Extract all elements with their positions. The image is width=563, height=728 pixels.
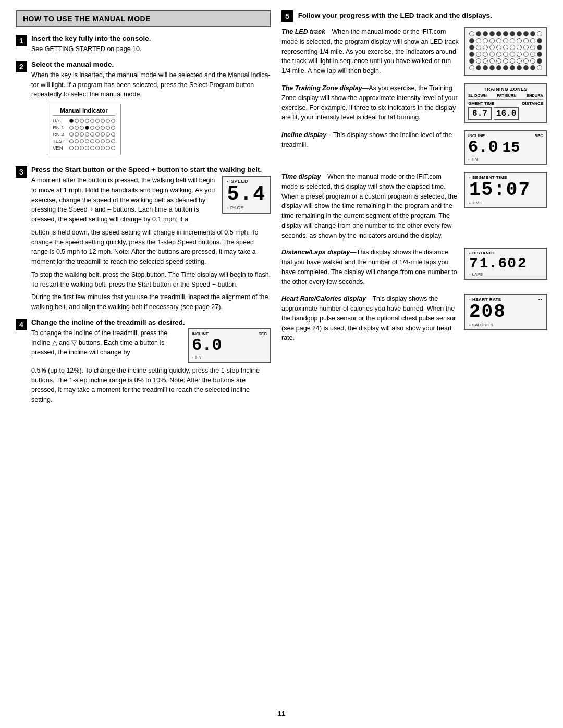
calories-label: CALORIES [469,323,542,327]
led-dot [483,65,488,70]
led-dot [530,52,535,57]
left-column: HOW TO USE THE MANUAL MODE 1 Insert the … [16,10,271,701]
led-dot [496,65,501,70]
dot [90,139,94,143]
led-dot [517,52,522,57]
led-dot [476,45,481,50]
led-dot [503,31,508,36]
led-track-text: The LED track—When the manual mode or th… [282,27,459,76]
step-1: 1 Insert the key fully into the console.… [16,34,271,54]
dist-label-top: DISTANCE [469,251,542,255]
step-2-title: Select the manual mode. [31,60,271,68]
distance-display-text: Distance/Laps display—This display shows… [282,248,459,287]
step-3-title: Press the Start button or the Speed + bu… [31,166,271,174]
dot [90,146,94,150]
incline-numbers: 6.0 [192,337,267,354]
indicator-row-rn1: RN 1 [53,125,115,130]
dot [106,146,110,150]
seg-time-display: SEGMENT TIME 15:07 TIME [464,172,547,208]
step-4-number: 4 [16,319,27,330]
led-dot [510,52,515,57]
led-dot [503,38,508,43]
seg-time-value: 15:07 [469,181,542,200]
led-dot [489,38,495,43]
led-dot [469,52,474,57]
section-header: HOW TO USE THE MANUAL MODE [16,10,271,27]
dot [111,146,115,150]
step-5-number: 5 [282,10,293,22]
step-3-body: A moment after the button is pressed, th… [31,176,217,225]
led-dot [517,65,522,70]
dot [75,119,79,123]
step-4-inner: To change the incline of the treadmill, … [31,328,271,363]
step-2-number: 2 [16,61,27,72]
led-dot [496,38,501,43]
led-dot [496,45,501,50]
incline-time-label: TIN [192,355,267,360]
led-dot [476,58,481,64]
tz-arrows: GMENT TIME DISTANCE [468,101,543,106]
hr-display-label: Heart Rate/Calories display [282,295,366,302]
tz-numbers: 6.7 16.0 [468,107,543,120]
dot [111,132,115,137]
led-dot [483,52,488,57]
led-dot [537,52,542,57]
step-5-title: Follow your progress with the LED track … [298,11,492,19]
incline-numbers-right: 6.0 15 [468,139,543,156]
led-dot [523,45,529,50]
hr-display: HEART RATE ▪▪ 208 CALORIES [464,294,547,330]
incline-right-value: 15 [503,140,520,156]
training-zones-display: TRAINING ZONES SL-DOWN FAT-BURN ENDURA G… [464,83,547,123]
dot [101,126,105,130]
led-dot [510,31,515,36]
led-dot [517,45,522,50]
led-dot [483,31,488,36]
pace-label: PACE [227,205,266,211]
led-dot [476,52,481,57]
tz-distance-label: DISTANCE [522,101,543,106]
incline-display-wrap-left: INCLINE SEC 6.0 TIN [188,328,271,363]
incline-time-label-right: TIN [468,157,543,162]
dot [80,139,84,143]
dist-value2: 1.60 [480,256,517,271]
dot [95,146,100,150]
step-4-title: Change the incline of the treadmill as d… [31,318,271,326]
step-4-body2: 0.5% (up to 12%). To change the incline … [31,366,271,405]
led-dot [510,45,515,50]
dot [101,139,105,143]
dot [85,119,89,123]
indicator-row-rn2: RN 2 [53,131,115,137]
led-track-section: The LED track—When the manual mode or th… [282,27,547,76]
dot [80,119,84,123]
step-3-number: 3 [16,166,27,178]
led-dot [469,58,474,64]
indicator-title: Manual Indicator [53,107,115,116]
step-4-body: To change the incline of the treadmill, … [31,328,182,357]
led-dot [523,58,529,64]
dot [95,126,100,130]
tz-value2: 16.0 [494,107,519,120]
dot [69,146,74,150]
tz-label: The Training Zone dis­play [282,84,362,92]
tz-value1: 6.7 [468,107,492,120]
led-dot [489,45,495,50]
dot-row-test [69,139,115,143]
right-column: 5 Follow your progress with the LED trac… [282,10,547,701]
step-3-inner: A moment after the button is pressed, th… [31,176,271,225]
led-dot [510,65,515,70]
hr-display-section: Heart Rate/Calories display—This display… [282,294,547,343]
led-dot [523,65,529,70]
dot [90,119,94,123]
time-display-text: Time display—When the manual mode or the… [282,172,459,240]
led-dot [476,38,481,43]
sec-label: SEC [259,331,267,336]
hr-inner: Heart Rate/Calories display—This display… [282,294,547,343]
dot [106,132,110,137]
incline-value-right: 6.0 [468,139,498,156]
indicator-row-test: TEST [53,138,115,144]
led-row-4 [469,52,542,57]
led-row-3 [469,45,542,50]
incline-inner: Incline display—This display shows the i… [282,130,547,165]
tz-inner: The Training Zone dis­play—As you exerci… [282,83,547,123]
led-dot [510,58,515,64]
